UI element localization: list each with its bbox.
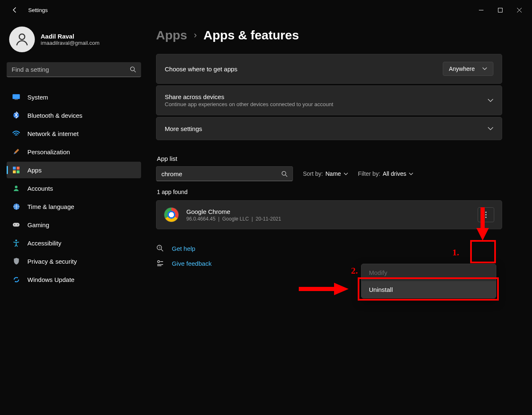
bluetooth-icon (12, 112, 20, 119)
nav-personalization[interactable]: Personalization (7, 143, 141, 160)
card-more-settings[interactable]: More settings (156, 117, 502, 140)
maximize-icon (498, 8, 503, 12)
nav-label: Network & internet (27, 130, 78, 137)
chevron-down-icon (488, 97, 493, 104)
page-title: Apps & features (203, 28, 299, 42)
search-icon (130, 66, 136, 73)
person-icon (14, 32, 30, 47)
breadcrumb-parent[interactable]: Apps (156, 28, 187, 42)
svg-point-14 (17, 224, 18, 225)
close-button[interactable] (510, 3, 529, 17)
card-title: Share across devices (165, 93, 482, 100)
nav-label: Accounts (27, 185, 53, 192)
svg-point-16 (282, 171, 286, 175)
card-get-apps[interactable]: Choose where to get apps Anywhere (156, 54, 502, 84)
gamepad-icon (12, 221, 20, 228)
settings-search[interactable] (7, 62, 141, 77)
maximize-button[interactable] (491, 3, 510, 17)
nav-bluetooth[interactable]: Bluetooth & devices (7, 107, 141, 124)
accessibility-icon (12, 239, 20, 247)
svg-point-17 (485, 211, 486, 213)
card-title: Choose where to get apps (165, 66, 437, 73)
globe-clock-icon (12, 203, 20, 210)
get-help-link[interactable]: ? Get help (156, 244, 502, 252)
apps-found-count: 1 app found (157, 189, 502, 195)
menu-uninstall[interactable]: Uninstall (361, 281, 496, 298)
nav-label: Gaming (27, 221, 49, 228)
chevron-down-icon (482, 67, 487, 70)
app-context-menu: Modify Uninstall (361, 264, 496, 299)
svg-rect-0 (498, 8, 502, 12)
apps-icon (12, 166, 20, 174)
app-search-input[interactable] (161, 170, 281, 177)
nav-apps[interactable]: Apps (7, 162, 141, 178)
svg-rect-7 (17, 167, 20, 170)
sidebar: Aadil Raval imaadilraval@gmail.com Syste… (0, 20, 144, 415)
help-text: Get help (172, 245, 195, 252)
svg-point-19 (485, 216, 486, 218)
nav-label: Privacy & security (27, 258, 77, 265)
svg-rect-8 (13, 170, 16, 173)
minimize-icon (479, 8, 483, 12)
svg-point-1 (19, 34, 24, 39)
wifi-icon (12, 130, 20, 137)
paintbrush-icon (12, 148, 20, 155)
profile-block[interactable]: Aadil Raval imaadilraval@gmail.com (7, 27, 141, 52)
app-row-chrome[interactable]: Google Chrome 96.0.4664.45 | Google LLC … (156, 200, 502, 229)
breadcrumb: Apps › Apps & features (156, 28, 502, 42)
search-icon (281, 171, 288, 177)
svg-rect-12 (13, 223, 20, 227)
svg-point-18 (485, 214, 486, 215)
update-icon (12, 276, 20, 283)
nav-system[interactable]: System (7, 89, 141, 105)
nav-network[interactable]: Network & internet (7, 125, 141, 142)
svg-point-13 (14, 224, 15, 225)
help-icon: ? (156, 244, 164, 252)
nav-label: Windows Update (27, 276, 74, 283)
chevron-right-icon: › (194, 30, 197, 41)
more-vertical-icon (485, 211, 487, 218)
search-input[interactable] (12, 66, 130, 73)
account-icon (12, 184, 20, 192)
chevron-down-icon (488, 125, 493, 132)
get-apps-dropdown[interactable]: Anywhere (443, 62, 493, 76)
avatar (9, 27, 35, 52)
shield-icon (12, 257, 20, 265)
app-search[interactable] (156, 166, 293, 181)
applist-label: App list (157, 155, 502, 162)
arrow-left-icon (12, 7, 18, 13)
sort-dropdown[interactable]: Sort by: Name (303, 170, 348, 177)
app-more-button[interactable] (478, 207, 494, 222)
window-title: Settings (28, 7, 48, 13)
app-name: Google Chrome (186, 208, 470, 215)
nav-label: Personalization (27, 148, 70, 155)
back-button[interactable] (8, 3, 22, 17)
sort-value: Name (325, 170, 341, 177)
nav-label: Bluetooth & devices (27, 112, 83, 119)
card-share-devices[interactable]: Share across devices Continue app experi… (156, 85, 502, 115)
nav-privacy[interactable]: Privacy & security (7, 253, 141, 269)
card-title: More settings (165, 125, 482, 132)
chrome-icon (164, 207, 179, 222)
chevron-down-icon (409, 172, 413, 175)
svg-point-15 (15, 240, 17, 241)
svg-rect-4 (15, 99, 18, 100)
chevron-down-icon (344, 172, 348, 175)
app-meta: 96.0.4664.45 | Google LLC | 20-11-2021 (186, 216, 470, 222)
svg-point-10 (15, 186, 17, 188)
nav-gaming[interactable]: Gaming (7, 216, 141, 233)
filter-dropdown[interactable]: Filter by: All drives (358, 170, 413, 177)
feedback-icon (156, 259, 164, 267)
nav-windows-update[interactable]: Windows Update (7, 271, 141, 288)
profile-email: imaadilraval@gmail.com (41, 40, 100, 46)
filter-label: Filter by: (358, 170, 381, 177)
nav-time-language[interactable]: Time & language (7, 198, 141, 215)
nav-accessibility[interactable]: Accessibility (7, 235, 141, 251)
monitor-icon (12, 93, 20, 101)
feedback-text: Give feedback (172, 260, 212, 267)
svg-text:?: ? (159, 246, 161, 250)
minimize-button[interactable] (471, 3, 491, 17)
nav-accounts[interactable]: Accounts (7, 180, 141, 197)
close-icon (517, 8, 522, 12)
profile-name: Aadil Raval (41, 33, 100, 40)
